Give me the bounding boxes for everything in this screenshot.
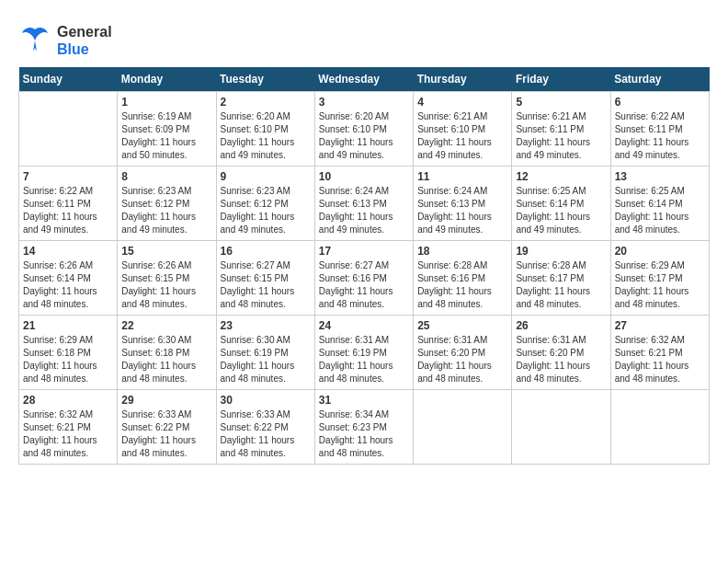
day-number: 16 <box>221 245 311 258</box>
day-number: 27 <box>615 319 705 332</box>
day-info: Sunrise: 6:31 AMSunset: 6:20 PMDaylight:… <box>516 334 606 385</box>
day-number: 10 <box>319 170 409 183</box>
calendar-cell: 7Sunrise: 6:22 AMSunset: 6:11 PMDaylight… <box>19 167 118 241</box>
day-number: 12 <box>516 170 606 183</box>
weekday-header-friday: Friday <box>512 67 610 92</box>
day-number: 20 <box>615 245 705 258</box>
day-info: Sunrise: 6:26 AMSunset: 6:14 PMDaylight:… <box>23 259 113 311</box>
weekday-header-thursday: Thursday <box>414 67 512 92</box>
day-number: 3 <box>319 96 409 109</box>
day-info: Sunrise: 6:28 AMSunset: 6:16 PMDaylight:… <box>417 259 507 311</box>
day-number: 26 <box>516 319 606 332</box>
calendar-cell: 28Sunrise: 6:32 AMSunset: 6:21 PMDayligh… <box>19 390 118 465</box>
calendar-cell: 21Sunrise: 6:29 AMSunset: 6:18 PMDayligh… <box>19 316 118 390</box>
day-info: Sunrise: 6:31 AMSunset: 6:19 PMDaylight:… <box>319 334 409 385</box>
day-number: 31 <box>319 394 409 407</box>
calendar-cell: 26Sunrise: 6:31 AMSunset: 6:20 PMDayligh… <box>512 316 610 390</box>
day-info: Sunrise: 6:25 AMSunset: 6:14 PMDaylight:… <box>615 185 705 236</box>
day-info: Sunrise: 6:25 AMSunset: 6:14 PMDaylight:… <box>516 185 606 236</box>
day-info: Sunrise: 6:20 AMSunset: 6:10 PMDaylight:… <box>319 110 409 162</box>
day-info: Sunrise: 6:22 AMSunset: 6:11 PMDaylight:… <box>23 185 113 236</box>
calendar-cell: 27Sunrise: 6:32 AMSunset: 6:21 PMDayligh… <box>610 316 709 390</box>
calendar-table: SundayMondayTuesdayWednesdayThursdayFrid… <box>18 67 710 465</box>
day-info: Sunrise: 6:24 AMSunset: 6:13 PMDaylight:… <box>417 185 507 236</box>
day-number: 1 <box>121 96 211 109</box>
day-number: 29 <box>121 394 211 407</box>
calendar-cell: 23Sunrise: 6:30 AMSunset: 6:19 PMDayligh… <box>216 316 314 390</box>
week-row-3: 14Sunrise: 6:26 AMSunset: 6:14 PMDayligh… <box>19 241 710 316</box>
day-info: Sunrise: 6:29 AMSunset: 6:18 PMDaylight:… <box>23 334 113 385</box>
logo-general: General <box>57 23 112 40</box>
logo-text: General Blue <box>57 23 112 58</box>
day-info: Sunrise: 6:32 AMSunset: 6:21 PMDaylight:… <box>615 334 705 385</box>
calendar-cell: 31Sunrise: 6:34 AMSunset: 6:23 PMDayligh… <box>314 390 413 465</box>
calendar-cell: 13Sunrise: 6:25 AMSunset: 6:14 PMDayligh… <box>610 167 709 241</box>
day-number: 24 <box>319 319 409 332</box>
weekday-header-saturday: Saturday <box>610 67 709 92</box>
day-info: Sunrise: 6:31 AMSunset: 6:20 PMDaylight:… <box>417 334 507 385</box>
day-info: Sunrise: 6:27 AMSunset: 6:15 PMDaylight:… <box>221 259 311 311</box>
day-number: 13 <box>615 170 705 183</box>
day-info: Sunrise: 6:33 AMSunset: 6:22 PMDaylight:… <box>121 408 211 460</box>
day-info: Sunrise: 6:23 AMSunset: 6:12 PMDaylight:… <box>121 185 211 236</box>
logo-blue: Blue <box>57 40 112 58</box>
day-info: Sunrise: 6:21 AMSunset: 6:10 PMDaylight:… <box>417 110 507 162</box>
calendar-cell: 14Sunrise: 6:26 AMSunset: 6:14 PMDayligh… <box>19 241 118 316</box>
calendar-cell: 1Sunrise: 6:19 AMSunset: 6:09 PMDaylight… <box>118 92 216 167</box>
weekday-header-tuesday: Tuesday <box>216 67 314 92</box>
page-header: General Blue <box>18 18 710 58</box>
day-info: Sunrise: 6:28 AMSunset: 6:17 PMDaylight:… <box>516 259 606 311</box>
day-number: 30 <box>221 394 311 407</box>
calendar-cell <box>19 92 118 167</box>
calendar-cell: 30Sunrise: 6:33 AMSunset: 6:22 PMDayligh… <box>216 390 314 465</box>
week-row-2: 7Sunrise: 6:22 AMSunset: 6:11 PMDaylight… <box>19 167 710 241</box>
weekday-header-sunday: Sunday <box>19 67 118 92</box>
calendar-cell: 16Sunrise: 6:27 AMSunset: 6:15 PMDayligh… <box>216 241 314 316</box>
day-number: 17 <box>319 245 409 258</box>
calendar-cell: 15Sunrise: 6:26 AMSunset: 6:15 PMDayligh… <box>118 241 216 316</box>
day-number: 14 <box>23 245 113 258</box>
day-number: 9 <box>221 170 311 183</box>
week-row-4: 21Sunrise: 6:29 AMSunset: 6:18 PMDayligh… <box>19 316 710 390</box>
calendar-cell: 4Sunrise: 6:21 AMSunset: 6:10 PMDaylight… <box>414 92 512 167</box>
day-number: 25 <box>417 319 507 332</box>
day-info: Sunrise: 6:34 AMSunset: 6:23 PMDaylight:… <box>319 408 409 460</box>
day-number: 7 <box>23 170 113 183</box>
logo-bird-icon <box>18 24 51 57</box>
calendar-cell <box>512 390 610 465</box>
day-info: Sunrise: 6:24 AMSunset: 6:13 PMDaylight:… <box>319 185 409 236</box>
weekday-header-monday: Monday <box>118 67 216 92</box>
day-info: Sunrise: 6:29 AMSunset: 6:17 PMDaylight:… <box>615 259 705 311</box>
calendar-cell: 24Sunrise: 6:31 AMSunset: 6:19 PMDayligh… <box>314 316 413 390</box>
calendar-cell: 10Sunrise: 6:24 AMSunset: 6:13 PMDayligh… <box>314 167 413 241</box>
calendar-cell: 9Sunrise: 6:23 AMSunset: 6:12 PMDaylight… <box>216 167 314 241</box>
logo: General Blue <box>18 23 112 58</box>
day-number: 28 <box>23 394 113 407</box>
day-info: Sunrise: 6:27 AMSunset: 6:16 PMDaylight:… <box>319 259 409 311</box>
week-row-5: 28Sunrise: 6:32 AMSunset: 6:21 PMDayligh… <box>19 390 710 465</box>
day-info: Sunrise: 6:20 AMSunset: 6:10 PMDaylight:… <box>221 110 311 162</box>
calendar-cell: 25Sunrise: 6:31 AMSunset: 6:20 PMDayligh… <box>414 316 512 390</box>
day-number: 22 <box>121 319 211 332</box>
day-number: 21 <box>23 319 113 332</box>
day-number: 6 <box>615 96 705 109</box>
day-info: Sunrise: 6:30 AMSunset: 6:19 PMDaylight:… <box>221 334 311 385</box>
calendar-cell: 29Sunrise: 6:33 AMSunset: 6:22 PMDayligh… <box>118 390 216 465</box>
day-info: Sunrise: 6:19 AMSunset: 6:09 PMDaylight:… <box>121 110 211 162</box>
weekday-header-row: SundayMondayTuesdayWednesdayThursdayFrid… <box>19 67 710 92</box>
week-row-1: 1Sunrise: 6:19 AMSunset: 6:09 PMDaylight… <box>19 92 710 167</box>
day-number: 23 <box>221 319 311 332</box>
calendar-cell: 19Sunrise: 6:28 AMSunset: 6:17 PMDayligh… <box>512 241 610 316</box>
calendar-cell: 3Sunrise: 6:20 AMSunset: 6:10 PMDaylight… <box>314 92 413 167</box>
day-info: Sunrise: 6:30 AMSunset: 6:18 PMDaylight:… <box>121 334 211 385</box>
day-number: 18 <box>417 245 507 258</box>
day-number: 19 <box>516 245 606 258</box>
day-number: 5 <box>516 96 606 109</box>
logo-wrapper: General Blue <box>18 23 112 58</box>
day-number: 4 <box>417 96 507 109</box>
day-number: 11 <box>417 170 507 183</box>
day-info: Sunrise: 6:23 AMSunset: 6:12 PMDaylight:… <box>221 185 311 236</box>
calendar-cell <box>610 390 709 465</box>
calendar-cell: 18Sunrise: 6:28 AMSunset: 6:16 PMDayligh… <box>414 241 512 316</box>
day-number: 2 <box>221 96 311 109</box>
